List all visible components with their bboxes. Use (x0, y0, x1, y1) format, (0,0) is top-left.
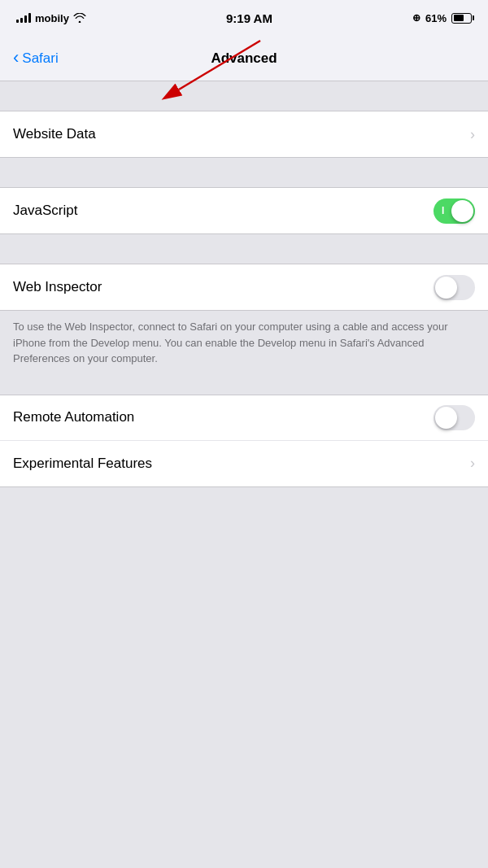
battery-icon (451, 13, 472, 24)
javascript-toggle-knob (451, 200, 473, 222)
javascript-section: JavaScript (0, 187, 488, 234)
back-button[interactable]: ‹ Safari (13, 50, 59, 67)
section-gap-2 (0, 158, 488, 187)
javascript-label: JavaScript (13, 203, 434, 219)
page-title: Advanced (211, 50, 277, 67)
signal-bars-icon (16, 13, 31, 23)
back-label: Safari (22, 50, 58, 67)
section-gap-1 (0, 81, 488, 111)
automation-section: Remote Automation Experimental Features … (0, 395, 488, 487)
website-data-label: Website Data (13, 126, 470, 142)
web-inspector-toggle[interactable] (434, 275, 475, 300)
status-right: ⊕ 61% (412, 12, 472, 24)
website-data-row[interactable]: Website Data › (0, 111, 488, 157)
experimental-features-chevron-icon: › (470, 455, 475, 472)
web-inspector-toggle-knob (435, 277, 457, 299)
location-icon: ⊕ (412, 12, 420, 24)
wifi-icon (73, 13, 86, 23)
section-gap-3 (0, 234, 488, 264)
remote-automation-row: Remote Automation (0, 395, 488, 441)
javascript-row: JavaScript (0, 188, 488, 233)
website-data-chevron-icon: › (470, 126, 475, 143)
website-data-section: Website Data › (0, 111, 488, 158)
status-time: 9:19 AM (226, 11, 272, 25)
section-gap-4 (0, 378, 488, 395)
battery-percent: 61% (425, 12, 447, 24)
carrier-label: mobily (35, 12, 69, 24)
experimental-features-row[interactable]: Experimental Features › (0, 441, 488, 486)
status-bar: mobily 9:19 AM ⊕ 61% (0, 0, 488, 36)
back-chevron-icon: ‹ (13, 49, 19, 67)
nav-bar: ‹ Safari Advanced (0, 36, 488, 81)
remote-automation-toggle[interactable] (434, 405, 475, 430)
experimental-features-label: Experimental Features (13, 456, 470, 472)
status-left: mobily (16, 12, 86, 24)
web-inspector-label: Web Inspector (13, 279, 434, 295)
annotation-container: Website Data › JavaScript Web Inspector (0, 81, 488, 487)
web-inspector-description: To use the Web Inspector, connect to Saf… (0, 311, 488, 378)
web-inspector-row: Web Inspector (0, 264, 488, 310)
remote-automation-toggle-knob (435, 407, 457, 429)
javascript-toggle[interactable] (434, 198, 475, 224)
bottom-space (0, 487, 488, 748)
web-inspector-section: Web Inspector (0, 264, 488, 311)
remote-automation-label: Remote Automation (13, 409, 434, 425)
